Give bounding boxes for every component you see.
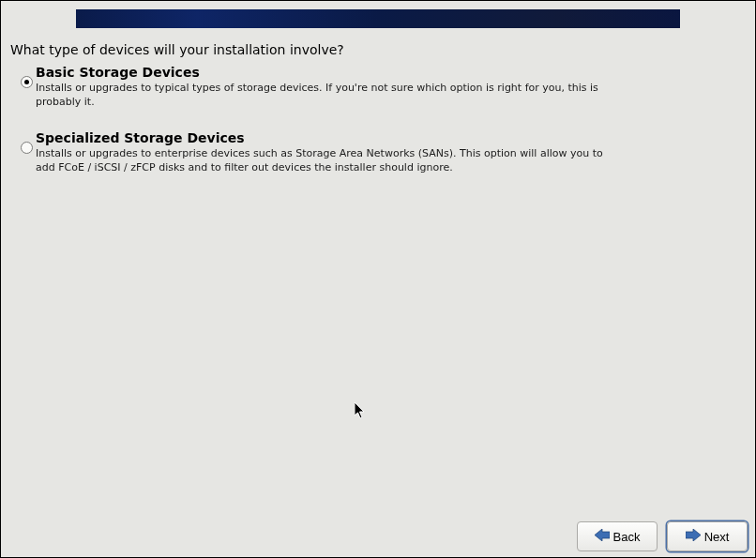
svg-marker-1 <box>686 529 701 541</box>
option-desc: Installs or upgrades to typical types of… <box>36 82 624 110</box>
next-button-label: Next <box>704 530 730 544</box>
option-specialized-storage[interactable]: Specialized Storage Devices Installs or … <box>17 130 624 175</box>
option-basic-storage[interactable]: Basic Storage Devices Installs or upgrad… <box>17 65 624 110</box>
svg-marker-0 <box>595 529 610 541</box>
next-button[interactable]: Next <box>667 521 748 551</box>
back-button-label: Back <box>613 530 641 544</box>
device-type-options: Basic Storage Devices Installs or upgrad… <box>17 65 624 195</box>
arrow-right-icon <box>686 529 701 544</box>
option-title: Basic Storage Devices <box>36 65 624 80</box>
navigation-buttons: Back Next <box>577 521 748 551</box>
option-desc: Installs or upgrades to enterprise devic… <box>36 147 624 175</box>
option-title: Specialized Storage Devices <box>36 130 624 145</box>
header-banner <box>76 9 680 28</box>
back-button[interactable]: Back <box>577 521 658 551</box>
radio-basic-storage[interactable] <box>21 76 33 88</box>
mouse-cursor-icon <box>355 402 367 423</box>
radio-specialized-storage[interactable] <box>21 142 33 154</box>
arrow-left-icon <box>595 529 610 544</box>
page-question: What type of devices will your installat… <box>10 42 344 57</box>
